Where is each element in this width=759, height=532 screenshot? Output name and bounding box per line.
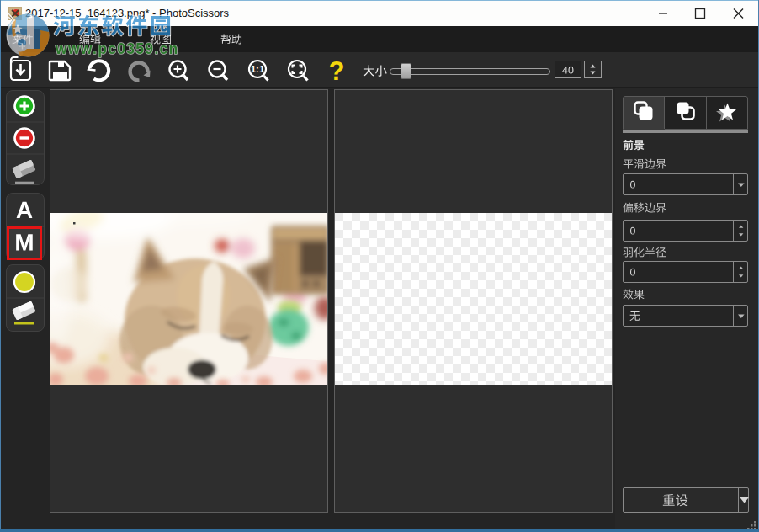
svg-text:?: ? xyxy=(329,56,345,86)
svg-text:1:1: 1:1 xyxy=(251,64,265,74)
